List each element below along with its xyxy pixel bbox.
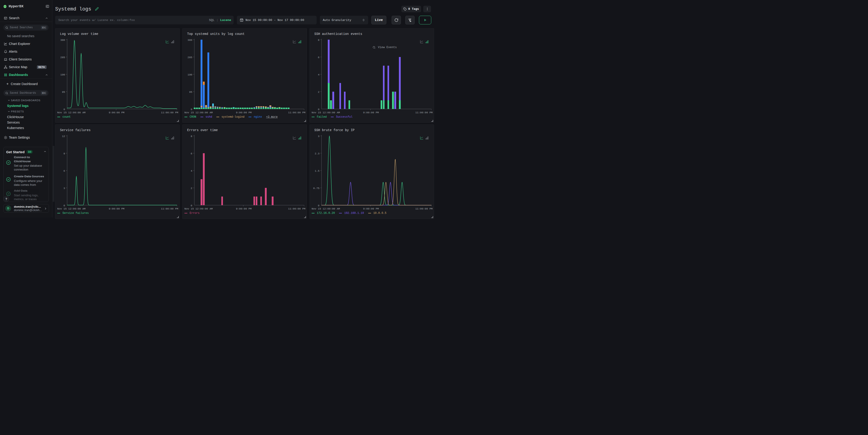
svg-text:380: 380: [60, 38, 65, 41]
svg-text:2: 2: [318, 91, 319, 93]
svg-text:9:00:00 PM: 9:00:00 PM: [236, 111, 252, 114]
svg-text:Nov 15 12:00:00 AM: Nov 15 12:00:00 AM: [57, 207, 86, 210]
svg-text:95: 95: [62, 91, 65, 93]
svg-text:9:00:00 PM: 9:00:00 PM: [363, 207, 379, 210]
svg-text:6: 6: [64, 169, 65, 173]
svg-text:0: 0: [191, 204, 192, 207]
svg-text:11:00:00 PM: 11:00:00 PM: [415, 111, 433, 114]
svg-text:285: 285: [188, 56, 192, 59]
svg-text:11:00:00 PM: 11:00:00 PM: [415, 207, 433, 210]
svg-text:9:00:00 PM: 9:00:00 PM: [109, 207, 124, 210]
svg-text:0: 0: [64, 204, 65, 207]
svg-text:1.5: 1.5: [315, 169, 319, 173]
svg-text:6: 6: [191, 152, 192, 155]
svg-text:190: 190: [188, 73, 192, 76]
svg-text:9:00:00 PM: 9:00:00 PM: [363, 111, 379, 114]
svg-text:Nov 15 12:00:00 AM: Nov 15 12:00:00 AM: [312, 207, 340, 210]
svg-text:0: 0: [64, 108, 65, 111]
svg-text:Nov 15 12:00:00 AM: Nov 15 12:00:00 AM: [184, 207, 213, 210]
svg-text:190: 190: [60, 73, 65, 76]
svg-text:8: 8: [191, 135, 192, 138]
svg-text:11:00:00 PM: 11:00:00 PM: [288, 207, 305, 210]
svg-text:0: 0: [191, 108, 192, 111]
svg-text:3: 3: [64, 187, 65, 190]
svg-text:11:00:00 PM: 11:00:00 PM: [288, 111, 305, 114]
svg-text:9:00:00 PM: 9:00:00 PM: [236, 207, 252, 210]
svg-text:8: 8: [318, 38, 319, 41]
svg-text:11:00:00 PM: 11:00:00 PM: [161, 207, 178, 210]
svg-text:9: 9: [64, 152, 65, 155]
svg-text:Nov 15 12:00:00 AM: Nov 15 12:00:00 AM: [312, 111, 340, 114]
svg-text:0.75: 0.75: [313, 187, 319, 190]
svg-text:4: 4: [318, 73, 319, 76]
svg-text:9:00:00 PM: 9:00:00 PM: [109, 111, 124, 114]
svg-text:6: 6: [318, 56, 319, 59]
svg-text:0: 0: [318, 108, 319, 111]
svg-text:95: 95: [189, 91, 192, 93]
svg-text:4: 4: [191, 169, 192, 173]
svg-text:380: 380: [188, 38, 192, 41]
svg-text:0: 0: [318, 204, 319, 207]
svg-text:2.3: 2.3: [315, 152, 319, 155]
svg-text:12: 12: [62, 135, 65, 138]
svg-text:Nov 15 12:00:00 AM: Nov 15 12:00:00 AM: [57, 111, 86, 114]
svg-text:2: 2: [191, 187, 192, 190]
svg-text:Nov 15 12:00:00 AM: Nov 15 12:00:00 AM: [184, 111, 213, 114]
svg-text:285: 285: [60, 56, 65, 59]
svg-text:11:00:00 PM: 11:00:00 PM: [161, 111, 178, 114]
svg-text:3: 3: [318, 135, 319, 138]
